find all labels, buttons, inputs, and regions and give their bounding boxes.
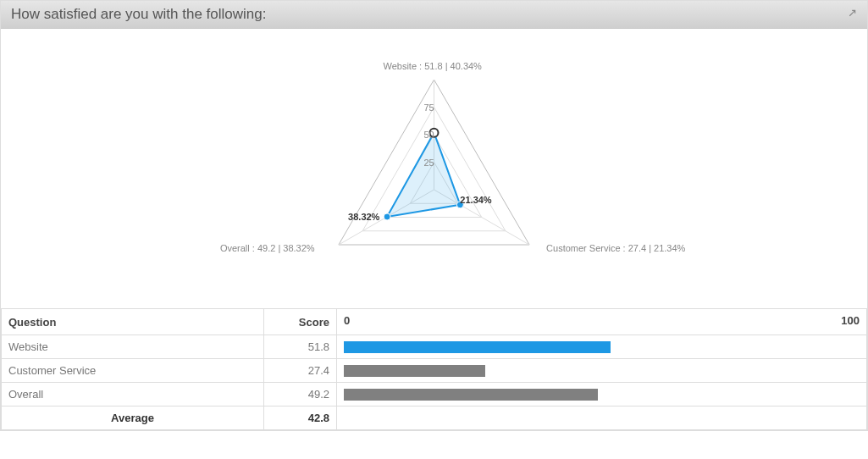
cell-bar [337,383,867,406]
panel-header: How satisfied are you with the following… [1,1,867,29]
cell-score: 27.4 [264,359,337,383]
bar-fill [344,341,611,353]
bar-fill [344,389,598,401]
cell-question: Website [2,335,264,359]
radar-point-label: 21.34% [460,195,491,205]
bar-fill [344,365,485,377]
footer-value: 42.8 [264,406,337,430]
cell-bar [337,335,867,359]
cell-score: 49.2 [264,383,337,406]
share-icon[interactable] [845,8,857,20]
cell-question: Customer Service [2,359,264,383]
table-row: Customer Service27.4 [2,359,867,383]
radar-point-label: 38.32% [348,212,379,222]
table-row: Overall49.2 [2,383,867,406]
svg-marker-7 [387,133,460,217]
cell-score: 51.8 [264,335,337,359]
th-question: Question [2,309,264,335]
cell-question: Overall [2,383,264,406]
footer-label: Average [2,406,264,430]
radar-chart: 255075Website : 51.8 | 40.34%Customer Se… [1,29,867,308]
bar-scale-min: 0 [344,314,350,327]
radar-axis-label: Website : 51.8 | 40.34% [384,61,482,71]
score-table: Question Score 0 100 Website51.8Customer… [1,308,867,430]
radar-tick: 50 [424,130,434,140]
cell-bar [337,359,867,383]
radar-tick: 25 [424,158,434,168]
radar-tick: 75 [424,102,434,113]
radar-axis-label: Customer Service : 27.4 | 21.34% [546,243,685,253]
table-row: Website51.8 [2,335,867,359]
panel-title: How satisfied are you with the following… [11,6,266,23]
bar-scale-max: 100 [841,314,860,327]
footer-bar [337,406,867,430]
svg-point-10 [384,213,390,220]
th-bar: 0 100 [337,309,867,335]
th-score: Score [264,309,337,335]
survey-panel: How satisfied are you with the following… [0,0,868,431]
radar-axis-label: Overall : 49.2 | 38.32% [220,243,315,253]
